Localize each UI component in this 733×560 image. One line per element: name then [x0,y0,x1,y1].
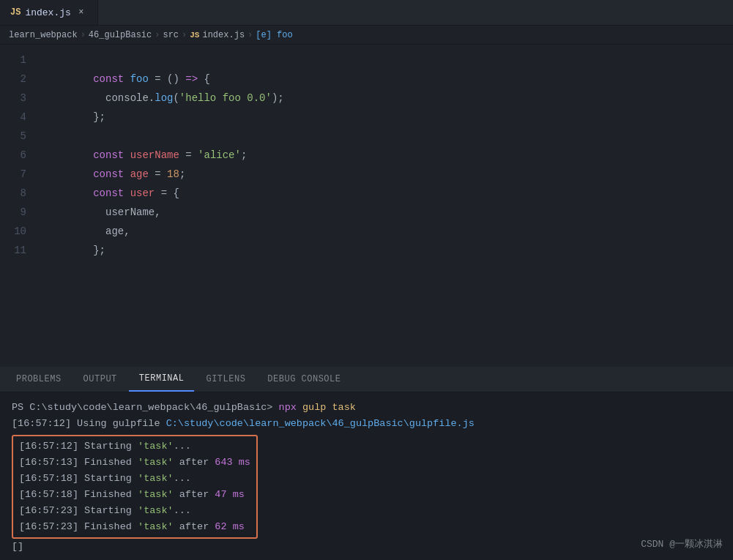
tab-bar: JS index.js × [0,0,733,26]
terminal[interactable]: PS C:\study\code\learn_webpack\46_gulpBa… [0,392,733,560]
terminal-path-info: C:\study\code\learn_webpack\46_gulpBasic… [166,418,475,429]
terminal-command: gulp task [302,402,356,413]
terminal-line-1: [16:57:12] Starting 'task'... [19,438,250,455]
editor: 1 2 3 4 5 6 7 8 9 10 11 const foo = () =… [0,45,733,367]
watermark: CSDN @一颗冰淇淋 [641,537,723,553]
code-line-1: const foo = () => { [44,51,733,70]
tab-gitlens[interactable]: GITLENS [196,367,256,392]
line-numbers: 1 2 3 4 5 6 7 8 9 10 11 [0,45,38,266]
code-line-4 [44,108,733,127]
tab-problems[interactable]: PROBLEMS [6,367,72,392]
tab-terminal[interactable]: TERMINAL [129,367,195,392]
code-line-10: }; [44,222,733,241]
tab-label: index.js [25,7,70,18]
terminal-line-5: [16:57:23] Starting 'task'... [19,503,250,519]
breadcrumb: learn_webpack › 46_gulpBasic › src › JS … [0,26,733,45]
tab-close-button[interactable]: × [75,7,87,18]
terminal-npx: npx [279,402,297,413]
terminal-line-4: [16:57:18] Finished 'task' after 47 ms [19,487,250,503]
terminal-line-6: [16:57:23] Finished 'task' after 62 ms [19,519,250,535]
tab-output[interactable]: OUTPUT [73,367,127,392]
terminal-info-line: [16:57:12] Using gulpfile C:\study\code\… [12,416,721,432]
panel-tabs: PROBLEMS OUTPUT TERMINAL GITLENS DEBUG C… [0,367,733,392]
code-line-5: const userName = 'alice'; [44,127,733,146]
code-line-11 [44,241,733,260]
terminal-prompt-line: PS C:\study\code\learn_webpack\46_gulpBa… [12,400,721,416]
code-area[interactable]: const foo = () => { console.log('hello f… [38,45,733,266]
js-file-icon: JS [10,7,21,18]
breadcrumb-learn-webpack[interactable]: learn_webpack [9,30,78,40]
terminal-line-3: [16:57:18] Starting 'task'... [19,471,250,487]
terminal-cursor: [] [12,541,23,552]
breadcrumb-symbol[interactable]: [e] foo [256,30,292,40]
breadcrumb-file[interactable]: index.js [202,30,245,40]
breadcrumb-src[interactable]: src [163,30,179,40]
breadcrumb-46-gulp[interactable]: 46_gulpBasic [89,30,152,40]
terminal-prompt: PS C:\study\code\learn_webpack\46_gulpBa… [12,402,272,413]
tab-debug-console[interactable]: DEBUG CONSOLE [257,367,351,392]
terminal-timestamp-info: [16:57:12] Using gulpfile [12,418,166,429]
terminal-highlight-box: [16:57:12] Starting 'task'... [16:57:13]… [12,435,258,539]
breadcrumb-js-icon: JS [190,31,199,40]
tab-index-js[interactable]: JS index.js × [0,0,98,25]
terminal-line-2: [16:57:13] Finished 'task' after 643 ms [19,455,250,471]
